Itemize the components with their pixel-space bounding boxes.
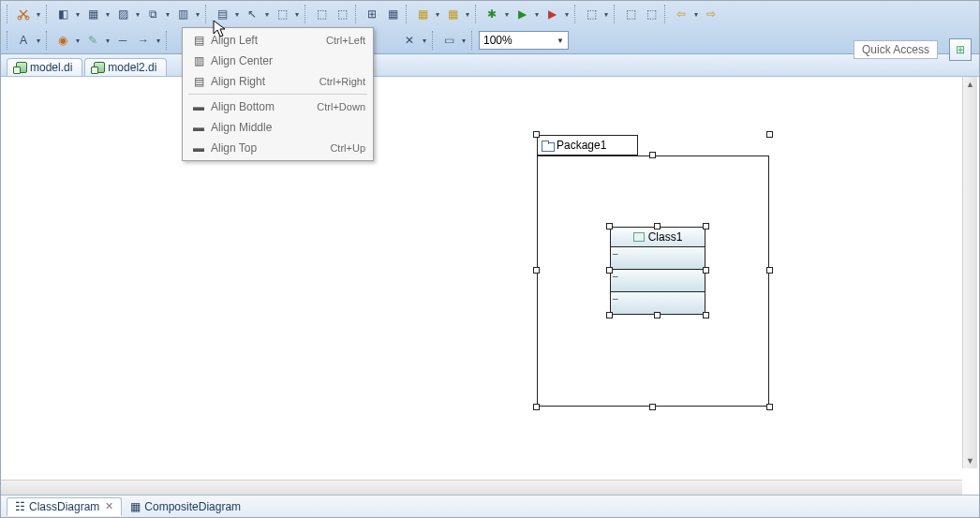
dropdown-icon[interactable]: ▾ [35, 31, 42, 50]
close-icon[interactable]: ✕ [105, 500, 113, 512]
pointer-tool-icon[interactable]: ↖ [243, 5, 261, 23]
dropdown-icon[interactable]: ▾ [263, 5, 271, 23]
tool-icon[interactable]: ▥ [173, 5, 192, 23]
resize-handle[interactable] [533, 131, 540, 138]
menu-item-align-middle[interactable]: ▬ Align Middle [185, 117, 371, 138]
dropdown-icon[interactable]: ▾ [421, 31, 428, 50]
diagram-tab-active[interactable]: ☷ ClassDiagram ✕ [7, 497, 122, 516]
horizontal-scrollbar[interactable] [1, 480, 962, 495]
resize-handle[interactable] [654, 223, 661, 229]
resize-handle[interactable] [703, 312, 709, 318]
dropdown-icon[interactable]: ▾ [155, 31, 162, 50]
nav-fwd-icon[interactable]: ⇨ [702, 5, 720, 23]
scroll-down-icon[interactable]: ▼ [963, 453, 977, 468]
toolbar-row-1: ▾ ◧▾ ▦▾ ▨▾ ⧉▾ ▥▾ ▤▾ ↖▾ ⬚▾ ⬚ ⬚ ⊞ ▦ ▦▾ ▦▾ … [1, 1, 979, 27]
resize-handle[interactable] [533, 267, 540, 274]
dropdown-icon[interactable]: ▾ [194, 5, 201, 23]
scroll-up-icon[interactable]: ▲ [963, 77, 977, 92]
arrow-tool-icon[interactable]: → [134, 31, 153, 50]
menu-item-align-left[interactable]: ▤ Align Left Ctrl+Left [185, 30, 371, 51]
diagram-tab[interactable]: ▦ CompositeDiagram [122, 497, 249, 516]
fill-color-icon[interactable]: ◉ [53, 31, 72, 50]
tool-icon[interactable]: ⬚ [312, 5, 331, 23]
tool-icon[interactable]: ⧉ [143, 5, 162, 23]
tool-icon[interactable]: ⊞ [363, 5, 381, 23]
resize-handle[interactable] [649, 404, 656, 410]
tool-icon[interactable]: ⬚ [642, 5, 661, 23]
class-attributes[interactable] [610, 247, 705, 270]
tool-icon[interactable]: ⬚ [621, 5, 640, 23]
editor-tab-bar: model.di model2.di [1, 54, 979, 77]
tool-icon[interactable]: ⬚ [582, 5, 601, 23]
tool-icon[interactable]: ▦ [83, 5, 102, 23]
dropdown-icon[interactable]: ▾ [74, 5, 82, 23]
tool-icon[interactable]: ▭ [439, 31, 458, 50]
resize-handle[interactable] [649, 152, 656, 158]
menu-item-align-center[interactable]: ▥ Align Center [185, 51, 371, 71]
resize-handle[interactable] [703, 223, 709, 229]
dropdown-icon[interactable]: ▾ [602, 5, 610, 23]
menu-separator [188, 94, 367, 95]
diagram-canvas[interactable]: Package1 Class1 ▲ ▼ [1, 77, 979, 468]
dropdown-icon[interactable]: ▾ [460, 31, 468, 50]
resize-handle[interactable] [703, 267, 709, 274]
dropdown-icon[interactable]: ▾ [434, 5, 441, 23]
resize-handle[interactable] [766, 131, 773, 138]
tool-icon[interactable]: ◧ [53, 5, 72, 23]
tool-icon[interactable]: ▨ [113, 5, 132, 23]
class-operations[interactable] [610, 270, 705, 292]
editor-tab[interactable]: model.di [7, 58, 82, 76]
line-color-icon[interactable]: ✎ [83, 31, 102, 50]
tool-icon[interactable]: ⬚ [333, 5, 351, 23]
resize-handle[interactable] [766, 404, 773, 410]
menu-item-align-top[interactable]: ▬ Align Top Ctrl+Up [185, 138, 371, 158]
resize-handle[interactable] [533, 404, 540, 410]
tool-icon[interactable]: ⬚ [273, 5, 291, 23]
dropdown-icon[interactable]: ▾ [35, 5, 42, 23]
resize-handle[interactable] [606, 267, 613, 274]
dropdown-icon[interactable]: ▾ [164, 5, 171, 23]
align-bottom-icon: ▬ [190, 99, 207, 114]
run-config-icon[interactable]: ▶ [542, 5, 561, 23]
menu-item-align-bottom[interactable]: ▬ Align Bottom Ctrl+Down [185, 96, 371, 117]
resize-handle[interactable] [606, 223, 613, 229]
dropdown-icon[interactable]: ▾ [134, 5, 141, 23]
dropdown-icon[interactable]: ▾ [104, 31, 111, 50]
align-menu: ▤ Align Left Ctrl+Left ▥ Align Center ▤ … [182, 27, 374, 161]
dropdown-icon[interactable]: ▾ [233, 5, 241, 23]
vertical-scrollbar[interactable]: ▲ ▼ [962, 77, 977, 468]
uml-class[interactable]: Class1 [610, 227, 705, 315]
dropdown-icon[interactable]: ▾ [74, 31, 82, 50]
dropdown-icon[interactable]: ▾ [104, 5, 111, 23]
toolbar-row-2: A▾ ◉▾ ✎▾ ─ →▾ ✕▾ ▭▾ 100% ▼ [1, 27, 979, 53]
resize-handle[interactable] [766, 267, 773, 274]
package-header[interactable]: Package1 [537, 135, 638, 155]
dropdown-icon[interactable]: ▾ [692, 5, 700, 23]
dropdown-icon[interactable]: ▾ [293, 5, 301, 23]
tool-icon[interactable]: ✕ [400, 31, 419, 50]
table-tool-icon[interactable]: ▦ [413, 5, 432, 23]
open-perspective-button[interactable]: ⊞ [949, 38, 972, 61]
resize-handle[interactable] [654, 312, 661, 318]
run-icon[interactable]: ▶ [512, 5, 531, 23]
tab-label: model.di [30, 61, 72, 74]
class-header[interactable]: Class1 [610, 227, 705, 247]
dropdown-icon[interactable]: ▾ [563, 5, 571, 23]
dropdown-icon[interactable]: ▾ [533, 5, 541, 23]
cut-icon[interactable] [14, 5, 33, 23]
text-tool-icon[interactable]: A [14, 31, 33, 50]
menu-item-align-right[interactable]: ▤ Align Right Ctrl+Right [185, 71, 371, 92]
align-tool-icon[interactable]: ▤ [213, 5, 231, 23]
line-style-icon[interactable]: ─ [113, 31, 132, 50]
tool-icon[interactable]: ▦ [383, 5, 402, 23]
table-tool-icon[interactable]: ▦ [443, 5, 462, 23]
zoom-combo[interactable]: 100% ▼ [479, 31, 569, 50]
dropdown-icon[interactable]: ▾ [503, 5, 511, 23]
chevron-down-icon: ▼ [557, 37, 564, 45]
editor-tab[interactable]: model2.di [84, 58, 167, 76]
resize-handle[interactable] [606, 312, 613, 318]
nav-back-icon[interactable]: ⇦ [672, 5, 690, 23]
debug-icon[interactable]: ✱ [483, 5, 501, 23]
quick-access-field[interactable]: Quick Access [854, 40, 938, 59]
dropdown-icon[interactable]: ▾ [464, 5, 471, 23]
